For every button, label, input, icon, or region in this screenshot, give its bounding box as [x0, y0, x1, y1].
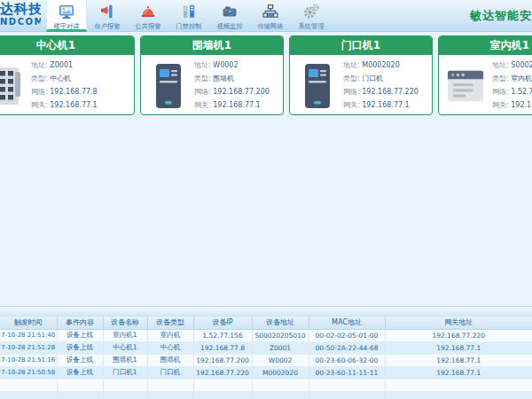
card-field-type: 类型: 室内机 — [492, 72, 532, 85]
event-log-panel: 触发时间 事件内容 设备名称 设备类型 设备IP 设备地址 MAC地址 网关地址… — [0, 317, 532, 399]
cell-trigger-time: 7-10-28 21:51:16 — [0, 354, 57, 366]
card-title: 中心机1 — [0, 36, 134, 55]
table-empty-row — [0, 379, 532, 391]
cell-device-name: 门口机1 — [103, 366, 147, 379]
cell-device-name: 中心机1 — [103, 341, 147, 354]
cell-event-content: 设备上线 — [57, 354, 103, 366]
cell-gateway-addr: 192.168.77.220 — [385, 329, 532, 341]
card-title: 门口机1 — [290, 36, 432, 55]
table-row[interactable]: 7-10-28 21:51:40 设备上线 室内机1 室内机 1.52.77.1… — [0, 329, 532, 341]
menu-item-transmission-network[interactable]: 传输网络 — [250, 0, 291, 32]
cell-device-addr: W0002 — [252, 354, 309, 366]
card-field-address: 地址: W0002 — [194, 59, 281, 72]
card-field-gateway: 网关: 192.168.77.1 — [194, 98, 281, 112]
menu-item-label: 公共报警 — [136, 22, 161, 31]
card-field-address: 地址: S00020205010 — [492, 59, 532, 72]
card-field-address: 地址: Z0001 — [31, 59, 132, 72]
menu-item-system-management[interactable]: 系统管理 — [291, 0, 332, 32]
card-field-network: 网络: 192.168.77.200 — [194, 85, 281, 98]
cell-device-addr: M0002020 — [252, 366, 309, 379]
brand-logo-en: NDCOM — [0, 17, 41, 27]
column-header-event-content[interactable]: 事件内容 — [57, 317, 103, 329]
table-header-row: 触发时间 事件内容 设备名称 设备类型 设备IP 设备地址 MAC地址 网关地址 — [0, 317, 532, 329]
card-field-type: 类型: 中心机 — [31, 72, 132, 85]
main-menu: 楼宇对讲 住户报警 — [46, 0, 332, 32]
table-empty-row — [0, 391, 532, 399]
cell-event-content: 设备上线 — [57, 329, 103, 341]
cell-device-name: 室内机1 — [103, 329, 147, 341]
panel-splitter[interactable] — [0, 306, 532, 317]
wall-unit-icon — [146, 59, 191, 113]
menu-item-building-intercom[interactable]: 楼宇对讲 — [46, 0, 87, 32]
cell-device-ip: 192.168.77.200 — [193, 354, 252, 366]
menu-item-video-surveillance[interactable]: 视频监控 — [209, 0, 250, 32]
menu-item-label: 住户报警 — [95, 22, 121, 31]
menu-item-public-alarm[interactable]: 公共报警 — [128, 0, 168, 32]
menu-item-label: 传输网络 — [258, 22, 284, 31]
device-card-wall-unit[interactable]: 围墙机1 地址: W0002 类型: 围墙机 网络: 192.168.7 — [140, 35, 284, 115]
device-card-row: 中心机1 — [0, 35, 532, 117]
network-icon — [262, 3, 279, 20]
siren-icon — [139, 3, 157, 20]
monitor-icon — [58, 3, 75, 20]
card-field-gateway: 网关: 192.168.77.1 — [31, 98, 132, 112]
device-card-indoor-unit[interactable]: 室内机1 地址: S00020205010 — [438, 35, 532, 115]
cell-event-content: 设备上线 — [57, 341, 103, 354]
card-field-gateway: 网关: 192.168.77.1 — [492, 98, 532, 112]
menu-item-resident-alarm[interactable]: 住户报警 — [87, 0, 128, 32]
cell-device-addr: S00020205010 — [252, 329, 309, 341]
menu-item-label: 系统管理 — [299, 22, 325, 31]
table-row[interactable]: 7-10-28 21:51:16 设备上线 围墙机1 围墙机 192.168.7… — [0, 354, 532, 366]
cell-device-ip: 192.168.77.220 — [193, 366, 252, 379]
access-control-icon — [180, 3, 198, 20]
device-card-door-unit[interactable]: 门口机1 地址: M0002020 类型: 门口机 网络: 192.16 — [289, 35, 433, 115]
center-unit-icon — [0, 59, 27, 113]
cell-device-type: 门口机 — [147, 366, 193, 379]
door-unit-icon — [295, 59, 340, 113]
cell-trigger-time: 7-10-28 21:50:58 — [0, 366, 57, 379]
cell-mac-addr: 00-23-60-11-11-11 — [309, 366, 385, 379]
card-field-network: 网络: 192.168.77.8 — [31, 85, 132, 98]
table-row[interactable]: 7-10-28 21:50:58 设备上线 门口机1 门口机 192.168.7… — [0, 366, 532, 379]
event-table: 触发时间 事件内容 设备名称 设备类型 设备IP 设备地址 MAC地址 网关地址… — [0, 317, 532, 399]
card-field-type: 类型: 围墙机 — [194, 72, 281, 85]
column-header-device-ip[interactable]: 设备IP — [193, 317, 252, 329]
cell-gateway-addr: 192.168.77.1 — [385, 341, 532, 354]
column-header-device-name[interactable]: 设备名称 — [103, 317, 147, 329]
cell-mac-addr: 00-02-02-05-01-00 — [309, 329, 385, 341]
table-row[interactable]: 7-10-28 21:51:28 设备上线 中心机1 中心机 192.168.7… — [0, 341, 532, 354]
brand-logo-cn: 达科技 — [0, 2, 41, 17]
card-title: 围墙机1 — [141, 36, 283, 55]
card-field-network: 网络: 192.168.77.220 — [343, 85, 430, 98]
camera-icon — [221, 3, 239, 20]
cell-device-type: 中心机 — [147, 341, 193, 354]
card-field-address: 地址: M0002020 — [343, 59, 430, 72]
cell-device-type: 围墙机 — [147, 354, 193, 366]
cell-trigger-time: 7-10-28 21:51:40 — [0, 329, 57, 341]
cell-gateway-addr: 192.168.77.1 — [385, 366, 532, 379]
device-card-center-unit[interactable]: 中心机1 — [0, 35, 135, 115]
cell-device-addr: Z0001 — [252, 341, 309, 354]
cell-device-ip: 192.168.77.8 — [193, 341, 252, 354]
menu-item-label: 视频监控 — [217, 22, 243, 31]
cell-gateway-addr: 192.168.77.1 — [385, 354, 532, 366]
top-bar: 达科技 NDCOM 楼宇对讲 — [0, 0, 532, 32]
column-header-trigger-time[interactable]: 触发时间 — [0, 317, 57, 329]
card-field-gateway: 网关: 192.168.77.1 — [343, 98, 430, 112]
workspace-area — [0, 117, 532, 306]
column-header-device-type[interactable]: 设备类型 — [147, 317, 193, 329]
cell-trigger-time: 7-10-28 21:51:28 — [0, 341, 57, 354]
card-field-network: 网络: 1.52.77.156 — [492, 85, 532, 98]
menu-item-access-control[interactable]: 门禁控制 — [168, 0, 209, 32]
menu-item-label: 门禁控制 — [176, 22, 202, 31]
cell-device-name: 围墙机1 — [103, 354, 147, 366]
menu-item-label: 楼宇对讲 — [54, 22, 80, 31]
column-header-mac-addr[interactable]: MAC地址 — [309, 317, 385, 329]
cell-device-ip: 1.52.77.156 — [193, 329, 252, 341]
cell-mac-addr: 00-50-2A-22-44-68 — [309, 341, 385, 354]
column-header-device-addr[interactable]: 设备地址 — [252, 317, 309, 329]
column-header-gateway-addr[interactable]: 网关地址 — [385, 317, 532, 329]
indoor-unit-icon — [444, 59, 489, 113]
app-title: 敏达智能安 — [470, 8, 532, 24]
card-field-type: 类型: 门口机 — [343, 72, 430, 85]
